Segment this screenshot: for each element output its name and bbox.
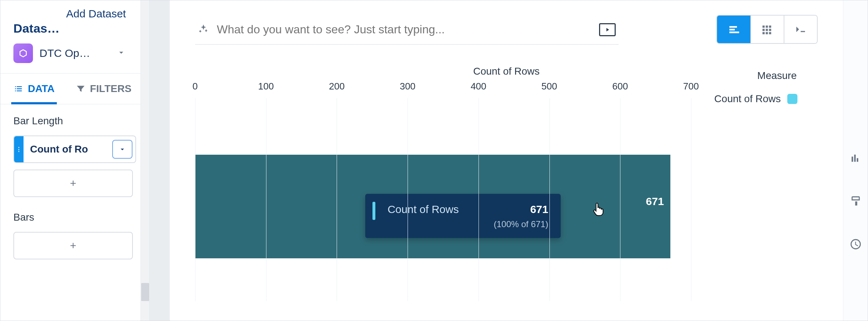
grid-line (549, 98, 550, 301)
add-bars-button[interactable]: + (13, 232, 133, 259)
plus-icon: + (70, 177, 76, 189)
axis-tick: 200 (329, 81, 345, 92)
chevron-down-icon (117, 48, 126, 59)
bar-value-label: 671 (646, 195, 664, 208)
bar-length-pill[interactable]: ⋮ Count of Ro (13, 136, 136, 163)
axis-tick: 700 (683, 81, 699, 92)
grid-line (408, 98, 408, 301)
axis-tick: 500 (542, 81, 557, 92)
clock-icon (850, 238, 862, 250)
tab-filters[interactable]: FILTERS (76, 74, 132, 104)
app-root: Datas… Add Dataset DTC Op… DATA FILTERS (0, 0, 868, 321)
dataset-icon (13, 43, 33, 63)
drag-handle-icon[interactable]: ⋮ (14, 136, 24, 162)
sidebar-scrollbar[interactable] (140, 0, 149, 321)
paint-roller-icon (850, 195, 862, 208)
bar-length-section: Bar Length ⋮ Count of Ro + (0, 104, 149, 201)
right-rail (843, 0, 868, 321)
chart-area: Count of Rows 0100200300400500600700 671… (195, 66, 818, 321)
tooltip-accent (372, 202, 375, 220)
grid-line (195, 98, 195, 301)
chart-options-button[interactable] (850, 153, 862, 166)
tooltip-label: Count of Rows (388, 203, 459, 216)
x-axis: 0100200300400500600700 (195, 81, 818, 97)
query-mode-button[interactable] (784, 16, 817, 43)
grid-line (266, 98, 266, 301)
table-mode-button[interactable] (750, 16, 784, 43)
canvas: Measure Count of Rows Count of Rows 0100… (170, 0, 843, 321)
query-input-wrap[interactable] (195, 15, 619, 45)
history-button[interactable] (850, 238, 862, 252)
chart-axis-title: Count of Rows (195, 66, 818, 77)
query-input[interactable] (217, 23, 591, 36)
plus-icon: + (70, 239, 76, 252)
bar-chart-icon (850, 153, 862, 165)
grid-line (620, 98, 620, 301)
bars-section: Bars + (0, 201, 149, 263)
sparkle-icon (198, 24, 209, 36)
axis-tick: 400 (471, 81, 486, 92)
add-dataset-label: Add Dataset (66, 8, 126, 20)
datasets-header: Datas… Add Dataset (0, 0, 149, 39)
datasets-heading: Datas… (13, 7, 60, 36)
axis-tick: 100 (258, 81, 274, 92)
add-dataset-button[interactable]: Add Dataset (66, 7, 126, 21)
run-query-button[interactable] (599, 23, 616, 36)
grid-line (691, 98, 691, 301)
add-bar-length-button[interactable]: + (13, 170, 133, 197)
tab-filters-label: FILTERS (90, 83, 132, 95)
view-mode-switch (716, 15, 818, 44)
bar-length-pill-label: Count of Ro (24, 143, 112, 155)
grid-line (479, 98, 479, 301)
bar-length-dropdown[interactable] (112, 140, 132, 159)
chevron-down-icon (118, 145, 126, 153)
bar-chart-icon (727, 23, 740, 36)
dataset-name: DTC Op… (39, 47, 90, 59)
scroll-thumb[interactable] (141, 283, 149, 301)
tab-data[interactable]: DATA (13, 74, 55, 104)
chart-plot[interactable]: 671 Count of Rows 671 (100% of 671) (195, 98, 818, 301)
tooltip-subtext: (100% of 671) (378, 219, 548, 229)
dataset-selector[interactable]: DTC Op… (0, 39, 149, 73)
chart-tooltip: Count of Rows 671 (100% of 671) (365, 194, 561, 238)
format-button[interactable] (850, 195, 862, 209)
axis-tick: 300 (400, 81, 415, 92)
bars-title: Bars (13, 212, 136, 223)
axis-tick: 600 (612, 81, 628, 92)
bar-length-title: Bar Length (13, 115, 136, 127)
terminal-icon (794, 23, 807, 36)
sidebar-tabs: DATA FILTERS (0, 73, 149, 104)
grid-line (337, 98, 337, 301)
sidebar: Datas… Add Dataset DTC Op… DATA FILTERS (0, 0, 149, 321)
axis-tick: 0 (193, 81, 198, 92)
chart-mode-button[interactable] (717, 16, 750, 43)
table-icon (761, 23, 774, 36)
tooltip-value: 671 (530, 203, 548, 216)
tab-data-label: DATA (28, 83, 55, 95)
play-icon (604, 27, 610, 33)
canvas-wrap: Measure Count of Rows Count of Rows 0100… (149, 0, 868, 321)
